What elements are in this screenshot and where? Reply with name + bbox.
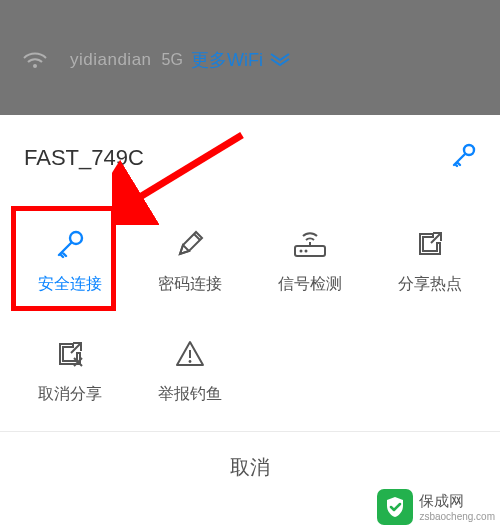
- tile-label: 密码连接: [158, 274, 222, 295]
- key-icon: [450, 143, 476, 173]
- tile-report-phishing[interactable]: 举报钓鱼: [130, 315, 250, 425]
- tile-signal-test[interactable]: 信号检测: [250, 205, 370, 315]
- share-out-icon: [415, 226, 445, 262]
- tile-label: 举报钓鱼: [158, 384, 222, 405]
- wifi-action-sheet: FAST_749C 安全连接 密码连接 信号检测: [0, 115, 500, 503]
- router-icon: [291, 226, 329, 262]
- backdrop-wifi-row: yidiandian 5G 更多WiFi: [0, 0, 500, 72]
- chevron-down-icon: [269, 50, 291, 71]
- tile-label: 取消分享: [38, 384, 102, 405]
- watermark-logo: [377, 489, 413, 525]
- tile-password-connect[interactable]: 密码连接: [130, 205, 250, 315]
- backdrop-ssid: yidiandian: [70, 50, 152, 70]
- sheet-title: FAST_749C: [24, 145, 144, 171]
- sheet-header: FAST_749C: [0, 115, 500, 199]
- key-icon: [54, 226, 86, 262]
- watermark-domain: zsbaocheng.com: [419, 511, 495, 522]
- pencil-icon: [174, 226, 206, 262]
- tile-cancel-share[interactable]: 取消分享: [10, 315, 130, 425]
- more-wifi-label: 更多WiFi: [191, 48, 263, 72]
- svg-point-4: [300, 249, 303, 252]
- wifi-icon: [22, 50, 48, 70]
- tile-label: 信号检测: [278, 274, 342, 295]
- svg-point-0: [33, 64, 37, 68]
- svg-point-8: [189, 360, 192, 363]
- cancel-label: 取消: [230, 456, 270, 478]
- more-wifi-link[interactable]: 更多WiFi: [191, 48, 291, 72]
- tile-label: 安全连接: [38, 274, 102, 295]
- tile-share-hotspot[interactable]: 分享热点: [370, 205, 490, 315]
- watermark: 保成网 zsbaocheng.com: [377, 489, 495, 525]
- tile-label: 分享热点: [398, 274, 462, 295]
- watermark-text: 保成网 zsbaocheng.com: [419, 492, 495, 522]
- tile-secure-connect[interactable]: 安全连接: [10, 205, 130, 315]
- watermark-title: 保成网: [419, 492, 495, 511]
- warning-icon: [174, 336, 206, 372]
- backdrop-band: 5G: [162, 51, 183, 69]
- share-cancel-icon: [55, 336, 85, 372]
- action-grid: 安全连接 密码连接 信号检测 分享热点 取消分享: [0, 199, 500, 429]
- svg-point-5: [305, 249, 308, 252]
- dimmed-backdrop: yidiandian 5G 更多WiFi: [0, 0, 500, 115]
